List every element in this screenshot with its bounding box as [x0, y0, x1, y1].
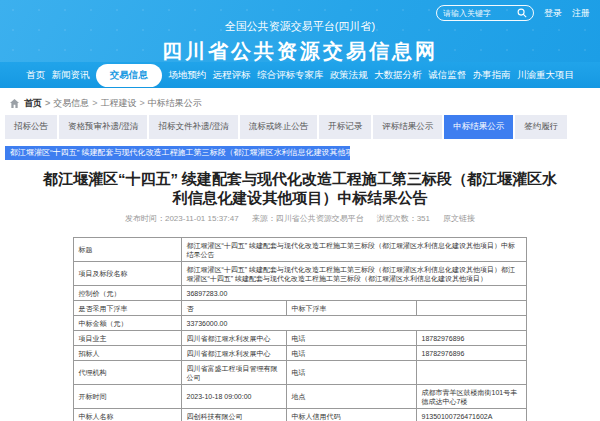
table-row: 中标人名称 四创科技有限公司 中标人信用代码 91350100726471602… [74, 409, 526, 421]
field-label: 电话 [287, 361, 417, 385]
field-label: 项目及标段名称 [74, 262, 182, 286]
field-value: 2023-10-18 09:00:00 [182, 385, 287, 409]
tab-contract-performance[interactable]: 签约履行 [515, 115, 567, 139]
table-row: 控制价（元） 36897283.00 [74, 286, 526, 301]
breadcrumb-home[interactable]: 首页 [24, 97, 50, 110]
field-label: 中标人名称 [74, 409, 182, 421]
tab-evaluation-result[interactable]: 评标结果公示 [373, 115, 442, 139]
original-link[interactable]: 原文链接 [443, 213, 475, 224]
selected-announcement[interactable]: 都江堰灌区“十四五” 续建配套与现代化改造工程施工第三标段（都江堰灌区水利信息化… [5, 146, 350, 160]
field-value: 都江堰灌区“十四五” 续建配套与现代化改造工程施工第三标段（都江堰灌区水利信息化… [182, 262, 526, 286]
tab-bid-opening-record[interactable]: 开标记录 [319, 115, 371, 139]
table-row: 标题 都江堰灌区“十四五” 续建配套与现代化改造工程施工第三标段（都江堰灌区水利… [74, 238, 526, 262]
field-value: 成都市青羊区鼓楼南街101号丰德成达中心7楼 [417, 385, 526, 409]
field-value: 18782976896 [417, 331, 526, 346]
table-row: 项目业主 四川省都江堰水利发展中心 电话 18782976896 [74, 331, 526, 346]
register-link[interactable]: 注册 [572, 7, 590, 20]
field-value: 都江堰灌区“十四五” 续建配套与现代化改造工程施工第三标段（都江堰灌区水利信息化… [182, 238, 526, 262]
field-label: 电话 [287, 331, 417, 346]
tab-prequalification-addendum[interactable]: 资格预审补遗/澄清 [59, 115, 147, 139]
tab-bid-doc-addendum[interactable]: 招标文件补遗/澄清 [149, 115, 237, 139]
page-title: 都江堰灌区“十四五” 续建配套与现代化改造工程施工第三标段（都江堰灌区水利信息化… [42, 169, 558, 207]
field-label: 中标下浮率 [287, 301, 417, 316]
table-row: 是否采用下浮率 否 中标下浮率 [74, 301, 526, 316]
table-row: 项目及标段名称 都江堰灌区“十四五” 续建配套与现代化改造工程施工第三标段（都江… [74, 262, 526, 286]
search-input[interactable] [443, 9, 515, 18]
nav-item-news[interactable]: 新闻资讯 [51, 69, 89, 82]
table-row: 代理机构 四川省富盛工程项目管理有限公司 电话 [74, 361, 526, 385]
site-title: 四川省公共资源交易信息网 [0, 38, 600, 65]
field-value: 18782976896 [417, 346, 526, 361]
field-value: 36897283.00 [182, 286, 526, 301]
publish-time: 发布时间：2023-11-01 15:37:47 [125, 213, 239, 224]
field-label: 控制价（元） [74, 286, 182, 301]
category-tabs: 招标公告 资格预审补遗/澄清 招标文件补遗/澄清 流标或终止公告 开标记录 评标… [5, 115, 600, 139]
result-table: 标题 都江堰灌区“十四五” 续建配套与现代化改造工程施工第三标段（都江堰灌区水利… [73, 237, 526, 421]
breadcrumb-engineering[interactable]: 工程建设 [101, 97, 145, 110]
field-value: 33736000.00 [182, 316, 526, 331]
field-label: 标题 [74, 238, 182, 262]
field-label: 地点 [287, 385, 417, 409]
nav-item-integrity[interactable]: 诚信监督 [428, 69, 466, 82]
platform-title: 全国公共资源交易平台(四川省) [0, 19, 600, 34]
field-label: 中标金额（元） [74, 316, 182, 331]
field-label: 开标时间 [74, 385, 182, 409]
field-value [417, 361, 526, 385]
announcement-bar: 都江堰灌区“十四五” 续建配套与现代化改造工程施工第三标段（都江堰灌区水利信息化… [5, 146, 600, 160]
article-meta: 发布时间：2023-11-01 15:37:47 来源：四川省公共资源交易平台 … [0, 213, 600, 224]
utility-bar: 登录 注册 [436, 5, 590, 21]
field-label: 代理机构 [74, 361, 182, 385]
nav-item-trading-info[interactable]: 交易信息 [96, 64, 162, 87]
view-count: 浏览次数：351 [377, 213, 430, 224]
field-label: 中标人信用代码 [287, 409, 417, 421]
nav-item-guide[interactable]: 办事指南 [473, 69, 511, 82]
field-value: 四川省都江堰水利发展中心 [182, 346, 287, 361]
main-nav: 首页 新闻资讯 交易信息 场地预约 远程评标 综合评标专家库 政策法规 大数据分… [0, 62, 600, 88]
login-link[interactable]: 登录 [544, 7, 562, 20]
site-titles: 全国公共资源交易平台(四川省) 四川省公共资源交易信息网 [0, 19, 600, 65]
field-value: 91350100726471602A [417, 409, 526, 421]
field-label: 项目业主 [74, 331, 182, 346]
nav-item-venue-booking[interactable]: 场地预约 [168, 69, 206, 82]
site-header: 登录 注册 全国公共资源交易平台(四川省) 四川省公共资源交易信息网 [0, 0, 600, 62]
table-row: 招标人 四川省都江堰水利发展中心 电话 18782976896 [74, 346, 526, 361]
nav-item-home[interactable]: 首页 [26, 69, 45, 82]
nav-item-remote-evaluation[interactable]: 远程评标 [213, 69, 251, 82]
nav-item-major-projects[interactable]: 川渝重大项目 [517, 69, 574, 82]
table-row: 中标金额（元） 33736000.00 [74, 316, 526, 331]
source: 来源：四川省公共资源交易平台 [252, 213, 364, 224]
field-label: 电话 [287, 346, 417, 361]
field-value: 四川省富盛工程项目管理有限公司 [182, 361, 287, 385]
search-icon[interactable] [517, 4, 527, 22]
breadcrumb-trading-info[interactable]: 交易信息 [53, 97, 97, 110]
nav-item-policies[interactable]: 政策法规 [330, 69, 368, 82]
table-row: 开标时间 2023-10-18 09:00:00 地点 成都市青羊区鼓楼南街10… [74, 385, 526, 409]
breadcrumb: 首页 交易信息 工程建设 中标结果公示 [0, 88, 600, 110]
tab-winning-result[interactable]: 中标结果公示 [444, 115, 513, 139]
field-value: 四创科技有限公司 [182, 409, 287, 421]
field-label: 招标人 [74, 346, 182, 361]
field-label: 是否采用下浮率 [74, 301, 182, 316]
tab-failed-bid[interactable]: 流标或终止公告 [240, 115, 318, 139]
nav-item-expert-database[interactable]: 综合评标专家库 [257, 69, 324, 82]
field-value: 否 [182, 301, 287, 316]
home-icon [10, 99, 19, 108]
search-box[interactable] [436, 5, 534, 21]
tab-bid-announcement[interactable]: 招标公告 [5, 115, 57, 139]
field-value [417, 301, 526, 316]
breadcrumb-current: 中标结果公示 [148, 97, 202, 110]
field-value: 四川省都江堰水利发展中心 [182, 331, 287, 346]
nav-item-big-data[interactable]: 大数据分析 [374, 69, 422, 82]
